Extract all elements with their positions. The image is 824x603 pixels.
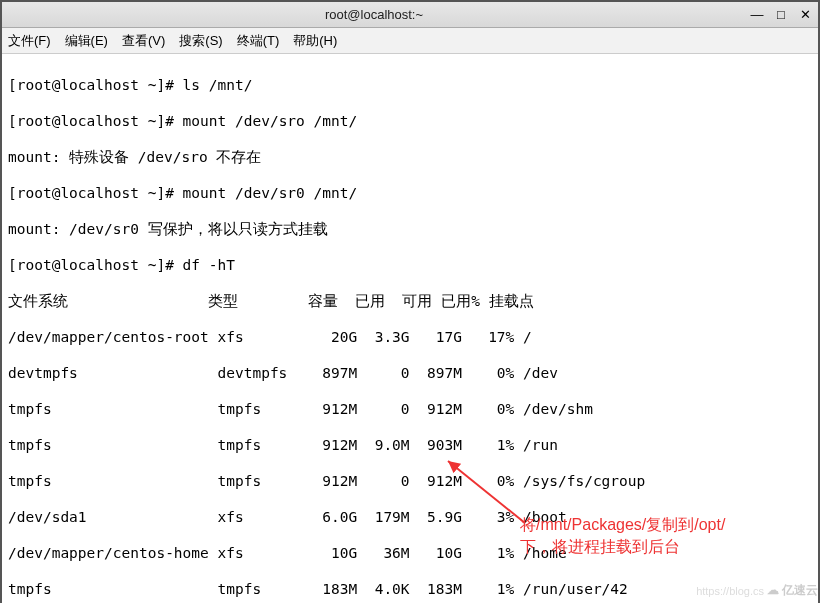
df-row: tmpfs tmpfs 912M 9.0M 903M 1% /run <box>8 436 812 454</box>
df-row: /dev/mapper/centos-root xfs 20G 3.3G 17G… <box>8 328 812 346</box>
df-row: tmpfs tmpfs 912M 0 912M 0% /dev/shm <box>8 400 812 418</box>
menu-help[interactable]: 帮助(H) <box>293 32 337 50</box>
window-title: root@localhost:~ <box>8 7 740 22</box>
df-header: 文件系统 类型 容量 已用 可用 已用% 挂载点 <box>8 292 812 310</box>
menubar: 文件(F) 编辑(E) 查看(V) 搜索(S) 终端(T) 帮助(H) <box>2 28 818 54</box>
logo-icon: ☁ 亿速云 <box>767 582 818 599</box>
minimize-button[interactable]: — <box>750 8 764 22</box>
terminal-window: root@localhost:~ — □ ✕ 文件(F) 编辑(E) 查看(V)… <box>0 0 820 603</box>
df-row: devtmpfs devtmpfs 897M 0 897M 0% /dev <box>8 364 812 382</box>
term-line: [root@localhost ~]# mount /dev/sro /mnt/ <box>8 112 812 130</box>
menu-terminal[interactable]: 终端(T) <box>237 32 280 50</box>
close-button[interactable]: ✕ <box>798 8 812 22</box>
menu-file[interactable]: 文件(F) <box>8 32 51 50</box>
term-line: mount: /dev/sr0 写保护，将以只读方式挂载 <box>8 220 812 238</box>
term-line: [root@localhost ~]# mount /dev/sr0 /mnt/ <box>8 184 812 202</box>
menu-edit[interactable]: 编辑(E) <box>65 32 108 50</box>
term-line: [root@localhost ~]# ls /mnt/ <box>8 76 812 94</box>
term-line: mount: 特殊设备 /dev/sro 不存在 <box>8 148 812 166</box>
df-row: tmpfs tmpfs 183M 4.0K 183M 1% /run/user/… <box>8 580 812 598</box>
annotation-text: 将/mnt/Packages/复制到/opt/ 下，将进程挂载到后台 <box>520 514 725 558</box>
menu-view[interactable]: 查看(V) <box>122 32 165 50</box>
menu-search[interactable]: 搜索(S) <box>179 32 222 50</box>
maximize-button[interactable]: □ <box>774 8 788 22</box>
df-row: tmpfs tmpfs 912M 0 912M 0% /sys/fs/cgrou… <box>8 472 812 490</box>
titlebar: root@localhost:~ — □ ✕ <box>2 2 818 28</box>
watermark: https://blog.cs <box>696 585 764 597</box>
term-line: [root@localhost ~]# df -hT <box>8 256 812 274</box>
